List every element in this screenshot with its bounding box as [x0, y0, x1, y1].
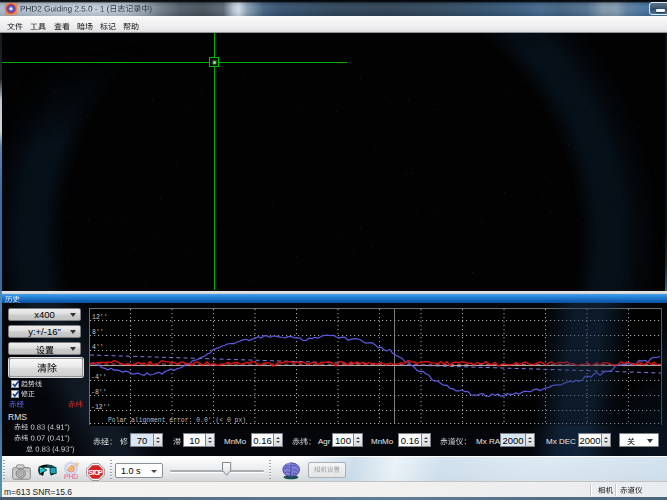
- svg-text:-12'': -12'': [91, 404, 111, 411]
- svg-text:STOP: STOP: [88, 468, 103, 475]
- svg-text:-4'': -4'': [91, 374, 107, 381]
- svg-text:8'': 8'': [92, 329, 104, 336]
- svg-text:PHD: PHD: [64, 472, 79, 480]
- svg-text:4'': 4'': [92, 344, 104, 351]
- svg-text:12'': 12'': [92, 314, 108, 321]
- svg-text:-8'': -8'': [91, 389, 107, 396]
- svg-text:Polar alignment error: 0.0' (<: Polar alignment error: 0.0' (< 0 px): [108, 417, 246, 424]
